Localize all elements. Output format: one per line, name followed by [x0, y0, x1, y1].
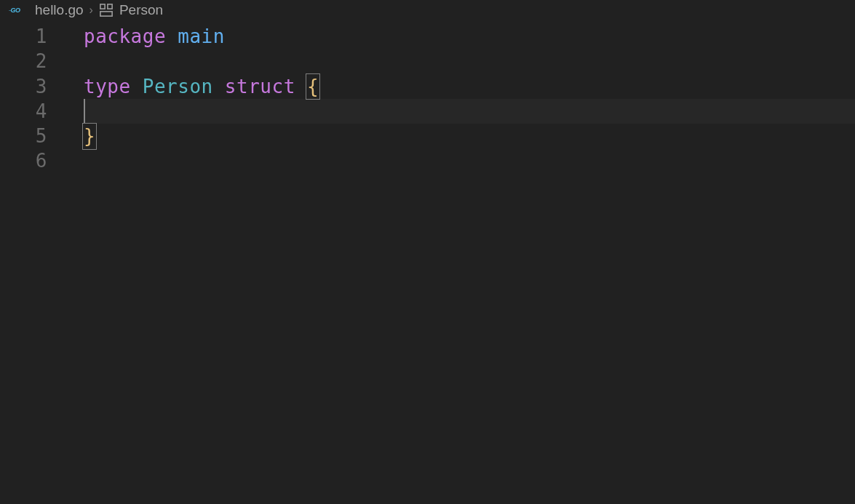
code-token: main: [178, 24, 225, 49]
code-token: Person: [143, 74, 213, 99]
code-token: [166, 24, 178, 49]
code-line[interactable]: [84, 148, 855, 173]
code-line[interactable]: }: [84, 124, 855, 148]
code-token: [131, 74, 143, 99]
chevron-right-icon: ›: [90, 4, 93, 17]
svg-rect-2: [108, 4, 112, 9]
line-number: 6: [0, 148, 47, 173]
line-number: 2: [0, 49, 47, 73]
code-editor[interactable]: 1 2 3 4 5 6 package maintype Person stru…: [0, 20, 855, 174]
go-language-icon: ~GO: [7, 5, 29, 15]
code-line[interactable]: package main: [84, 24, 855, 49]
code-token: package: [84, 24, 166, 49]
code-token: [213, 74, 225, 99]
line-number-gutter: 1 2 3 4 5 6: [0, 20, 69, 174]
code-line[interactable]: type Person struct {: [84, 74, 855, 99]
breadcrumb-symbol[interactable]: Person: [119, 2, 163, 18]
code-area[interactable]: package maintype Person struct {}: [69, 20, 855, 174]
line-number: 4: [0, 99, 47, 124]
svg-rect-3: [100, 12, 112, 16]
code-token: {: [306, 73, 320, 100]
svg-rect-1: [100, 4, 105, 9]
code-line[interactable]: [84, 99, 855, 124]
struct-symbol-icon: [99, 3, 114, 17]
line-number: 5: [0, 124, 47, 148]
line-number: 3: [0, 74, 47, 99]
line-number: 1: [0, 24, 47, 49]
breadcrumb: ~GO hello.go › Person: [0, 0, 855, 20]
svg-text:~GO: ~GO: [9, 7, 20, 14]
code-token: struct: [225, 74, 295, 99]
breadcrumb-file[interactable]: hello.go: [35, 2, 84, 18]
code-line[interactable]: [84, 49, 855, 73]
code-token: }: [82, 123, 97, 149]
code-token: type: [84, 74, 131, 99]
